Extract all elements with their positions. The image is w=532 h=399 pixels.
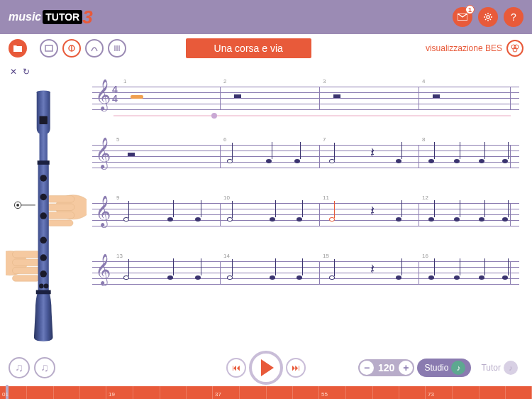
toolbar: Una corsa e via visualizzazione BES: [0, 34, 532, 62]
progress-handle[interactable]: [211, 113, 217, 119]
measure-num: 5: [116, 136, 119, 143]
playback-bar: ♫ ♫ ⏮ ⏭ − 120 + Studio ♪ Tutor ♪: [0, 349, 532, 386]
measure-num: 16: [422, 253, 428, 259]
tutor-mode-button[interactable]: Tutor ♪: [474, 359, 523, 377]
view-mode-2-button[interactable]: [62, 39, 81, 58]
svg-rect-22: [36, 290, 51, 295]
recorder-illustration: [6, 82, 87, 352]
measure-num: 3: [323, 78, 326, 84]
logo-tutor-text: TUTOR: [43, 10, 82, 24]
measure-num: 1: [123, 78, 126, 84]
svg-rect-18: [13, 267, 41, 274]
svg-rect-16: [13, 251, 41, 258]
prev-button[interactable]: ⏮: [226, 358, 246, 378]
play-icon: [261, 359, 274, 376]
view-mode-4-button[interactable]: [108, 39, 126, 58]
mail-badge: 1: [465, 5, 475, 14]
main-area: ✕ ↻: [0, 62, 532, 354]
open-folder-button[interactable]: [9, 39, 27, 58]
timeline-label: 01: [2, 391, 9, 398]
staff-row-1: 𝄞 44 1 2 3 4: [92, 67, 519, 125]
measure-num: 6: [223, 136, 226, 143]
measure-num: 13: [116, 253, 123, 259]
bes-icon: [506, 40, 523, 57]
svg-point-23: [40, 175, 46, 182]
score-view[interactable]: 𝄞 44 1 2 3 4 𝄞 5 6 7 8: [92, 62, 532, 354]
note-cursor: [131, 95, 143, 99]
studio-label: Studio: [424, 363, 448, 373]
svg-rect-12: [46, 204, 74, 211]
svg-point-32: [16, 204, 19, 207]
svg-point-30: [44, 284, 49, 289]
measure-num: 9: [116, 195, 119, 201]
measure-num: 7: [323, 136, 326, 143]
measure-num: 11: [323, 195, 329, 201]
bes-label: visualizzazione BES: [426, 43, 502, 53]
svg-rect-17: [13, 259, 41, 266]
view-mode-1-button[interactable]: [40, 39, 58, 58]
measure-num: 2: [223, 78, 226, 84]
timeline-label: 19: [109, 391, 115, 398]
svg-rect-13: [46, 212, 74, 219]
instrument-panel: ✕ ↻: [0, 62, 92, 354]
settings-button[interactable]: [478, 7, 498, 27]
svg-rect-1: [45, 45, 52, 51]
staff-row-4: 𝄞 13 14 15 16: [92, 241, 519, 300]
transport-controls: ⏮ ⏭: [226, 351, 306, 385]
svg-point-25: [40, 212, 46, 219]
undo-redo-group: ✕ ↻: [6, 65, 87, 78]
svg-point-26: [40, 237, 46, 244]
svg-point-24: [40, 194, 46, 201]
svg-point-29: [39, 284, 44, 289]
instrument-1-button[interactable]: ♫: [9, 357, 30, 378]
timeline-label: 55: [321, 391, 328, 398]
right-controls: − 120 + Studio ♪ Tutor ♪: [358, 359, 523, 377]
svg-point-28: [40, 270, 46, 278]
bes-view-toggle[interactable]: visualizzazione BES: [426, 40, 523, 57]
tempo-value: 120: [375, 362, 397, 373]
note-icon: ♪: [504, 361, 518, 375]
logo-music-text: music: [9, 11, 41, 23]
svg-point-27: [40, 254, 46, 261]
help-button[interactable]: ?: [504, 7, 523, 27]
tempo-minus-button[interactable]: −: [360, 361, 374, 375]
timeline[interactable]: 01 19 37 55 73: [0, 386, 532, 399]
header-actions: 1 ?: [453, 7, 523, 27]
svg-point-0: [487, 16, 489, 18]
tutor-label: Tutor: [481, 363, 501, 373]
svg-rect-14: [46, 220, 73, 226]
measure-num: 4: [422, 78, 425, 84]
measure-num: 14: [223, 253, 230, 259]
svg-rect-20: [40, 116, 48, 124]
staff-row-3: 𝄞 9 10 11 12: [92, 183, 519, 241]
measure-num: 15: [323, 253, 329, 259]
measure-num: 12: [422, 195, 428, 201]
measure-num: 10: [223, 195, 230, 201]
measure-num: 8: [422, 136, 425, 143]
view-mode-3-button[interactable]: [85, 39, 104, 58]
timeline-label: 73: [428, 391, 434, 398]
note-icon: ♪: [451, 361, 465, 375]
redo-button[interactable]: ↻: [23, 67, 30, 77]
svg-rect-21: [38, 160, 50, 165]
tempo-control: − 120 +: [358, 359, 414, 376]
instrument-buttons: ♫ ♫: [9, 357, 55, 378]
logo-version: 3: [82, 6, 92, 28]
app-header: music TUTOR 3 1 ?: [0, 0, 532, 34]
svg-rect-11: [46, 196, 74, 203]
studio-mode-button[interactable]: Studio ♪: [417, 359, 471, 377]
tempo-plus-button[interactable]: +: [399, 361, 413, 375]
svg-rect-19: [13, 275, 40, 282]
timeline-label: 37: [215, 391, 221, 398]
undo-button[interactable]: ✕: [10, 67, 17, 77]
instrument-2-button[interactable]: ♫: [34, 357, 55, 378]
next-button[interactable]: ⏭: [286, 358, 306, 378]
play-button[interactable]: [249, 351, 283, 385]
song-title: Una corsa e via: [186, 38, 311, 58]
mail-button[interactable]: 1: [453, 7, 472, 27]
staff-row-2: 𝄞 5 6 7 8: [92, 125, 519, 183]
app-logo: music TUTOR 3: [9, 6, 93, 28]
progress-track[interactable]: [113, 115, 511, 116]
